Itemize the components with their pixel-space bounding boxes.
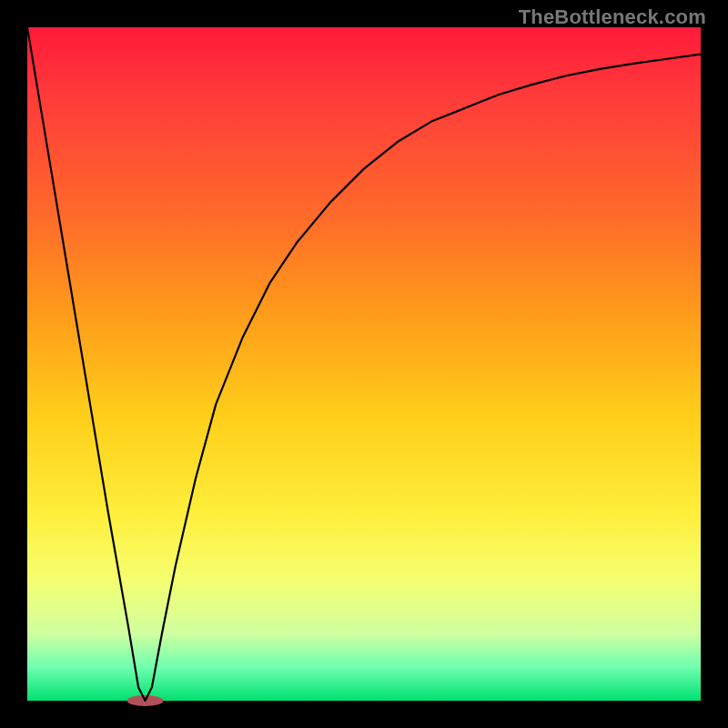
watermark-text: TheBottleneck.com <box>519 5 706 29</box>
bottleneck-curve <box>27 27 701 701</box>
plot-area <box>27 27 701 701</box>
chart-frame: TheBottleneck.com <box>0 0 728 728</box>
chart-svg <box>27 27 701 701</box>
